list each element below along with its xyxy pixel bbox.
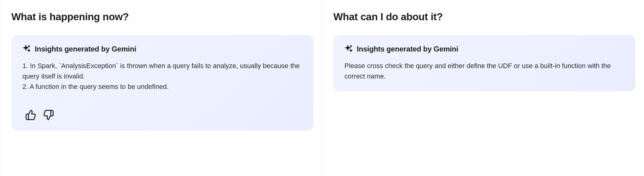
thumbs-down-icon — [43, 109, 54, 121]
thumbs-down-button[interactable] — [43, 109, 54, 121]
right-heading: What can I do about it? — [333, 11, 635, 23]
thumbs-up-icon — [25, 109, 36, 121]
insight-body: Please cross check the query and either … — [344, 61, 624, 82]
left-heading: What is happening now? — [11, 11, 313, 23]
feedback-row — [22, 109, 302, 121]
insight-title: Insights generated by Gemini — [35, 45, 136, 53]
insight-body: 1. In Spark, `AnalysisException` is thro… — [22, 61, 302, 92]
thumbs-up-button[interactable] — [25, 109, 37, 121]
insight-header: Insights generated by Gemini — [22, 45, 302, 53]
right-panel: What can I do about it? Insights generat… — [322, 0, 644, 176]
insight-title: Insights generated by Gemini — [357, 45, 458, 53]
left-panel: What is happening now? Insights generate… — [0, 0, 322, 176]
insight-header: Insights generated by Gemini — [344, 45, 624, 53]
sparkle-icon — [344, 45, 353, 53]
left-insight-card: Insights generated by Gemini 1. In Spark… — [11, 35, 313, 131]
right-insight-card: Insights generated by Gemini Please cros… — [333, 35, 635, 91]
sparkle-icon — [22, 45, 31, 53]
